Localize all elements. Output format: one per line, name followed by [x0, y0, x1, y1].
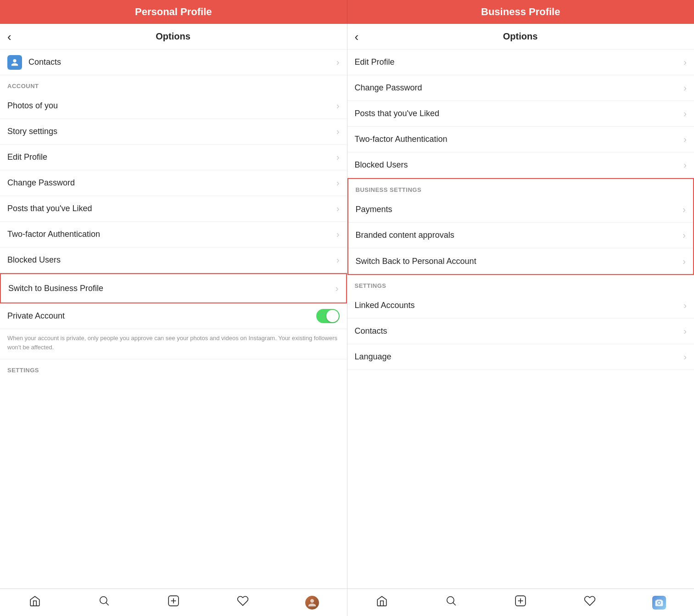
right-tab-panel: [347, 589, 694, 616]
blocked-users-chevron: ›: [336, 255, 340, 265]
main-content: ‹ Options Contacts › ACCOUNT Photos of y…: [0, 24, 694, 588]
payments-item[interactable]: Payments ›: [348, 197, 694, 223]
payments-chevron: ›: [683, 204, 686, 215]
left-panel-scroll: Contacts › ACCOUNT Photos of you › Story…: [0, 50, 347, 588]
switch-personal-item[interactable]: Switch Back to Personal Account ›: [348, 248, 694, 274]
right-contacts-label: Contacts: [355, 326, 684, 336]
right-profile-tab[interactable]: [625, 589, 694, 616]
right-panel: ‹ Options Edit Profile › Change Password…: [347, 24, 694, 588]
tab-bar: [0, 588, 694, 616]
right-nav-bar: ‹ Options: [347, 24, 694, 50]
person-svg: [11, 58, 19, 67]
right-blocked-users-label: Blocked Users: [355, 160, 684, 170]
blocked-users-label: Blocked Users: [7, 255, 336, 265]
business-profile-label: Business Profile: [481, 6, 560, 18]
svg-line-1: [106, 603, 108, 605]
right-edit-profile-item[interactable]: Edit Profile ›: [347, 50, 694, 75]
language-chevron: ›: [683, 352, 687, 362]
right-posts-liked-item[interactable]: Posts that you've Liked ›: [347, 101, 694, 127]
change-password-label: Change Password: [7, 178, 336, 188]
linked-accounts-chevron: ›: [683, 300, 687, 311]
right-panel-scroll: Edit Profile › Change Password › Posts t…: [347, 50, 694, 588]
switch-personal-chevron: ›: [683, 256, 686, 267]
business-settings-section: BUSINESS SETTINGS Payments › Branded con…: [347, 178, 694, 275]
left-search-tab[interactable]: [69, 589, 139, 616]
left-profile-tab[interactable]: [277, 589, 347, 616]
linked-accounts-item[interactable]: Linked Accounts ›: [347, 293, 694, 319]
svg-point-0: [100, 597, 106, 604]
change-password-item[interactable]: Change Password ›: [0, 170, 347, 196]
right-change-password-item[interactable]: Change Password ›: [347, 75, 694, 101]
right-posts-liked-chevron: ›: [683, 108, 687, 119]
two-factor-label: Two-factor Authentication: [7, 230, 336, 239]
posts-liked-item[interactable]: Posts that you've Liked ›: [0, 196, 347, 222]
right-contacts-chevron: ›: [683, 326, 687, 336]
left-heart-tab[interactable]: [208, 589, 277, 616]
settings-section-header-left: SETTINGS: [0, 359, 347, 377]
private-account-toggle[interactable]: [316, 309, 340, 323]
right-add-tab[interactable]: [486, 589, 555, 616]
branded-content-label: Branded content approvals: [356, 230, 683, 240]
personal-profile-label: Personal Profile: [135, 6, 212, 18]
linked-accounts-label: Linked Accounts: [355, 301, 684, 310]
left-home-tab[interactable]: [0, 589, 69, 616]
story-settings-item[interactable]: Story settings ›: [0, 119, 347, 145]
right-two-factor-label: Two-factor Authentication: [355, 134, 684, 144]
posts-liked-label: Posts that you've Liked: [7, 204, 336, 213]
switch-business-chevron: ›: [336, 283, 339, 294]
account-section-header: ACCOUNT: [0, 75, 347, 93]
switch-personal-label: Switch Back to Personal Account: [356, 257, 683, 266]
right-heart-tab[interactable]: [555, 589, 625, 616]
right-blocked-users-chevron: ›: [683, 160, 687, 170]
edit-profile-label: Edit Profile: [7, 152, 336, 162]
business-settings-items: Payments › Branded content approvals › S…: [348, 197, 694, 274]
left-home-icon: [29, 595, 41, 610]
contacts-chevron: ›: [336, 57, 340, 67]
right-nav-title: Options: [366, 31, 675, 42]
right-back-button[interactable]: ‹: [355, 31, 359, 43]
right-home-icon: [376, 595, 388, 610]
right-home-tab[interactable]: [347, 589, 417, 616]
right-change-password-label: Change Password: [355, 83, 684, 93]
payments-label: Payments: [356, 205, 683, 214]
left-heart-icon: [237, 595, 249, 610]
left-add-tab[interactable]: [139, 589, 208, 616]
business-profile-tab: Business Profile: [347, 0, 694, 24]
right-search-icon: [445, 595, 457, 610]
switch-business-item[interactable]: Switch to Business Profile ›: [0, 273, 347, 303]
branded-content-chevron: ›: [683, 230, 686, 241]
right-change-password-chevron: ›: [683, 83, 687, 93]
svg-point-5: [447, 597, 454, 604]
left-back-button[interactable]: ‹: [7, 31, 11, 43]
right-two-factor-item[interactable]: Two-factor Authentication ›: [347, 127, 694, 152]
story-settings-chevron: ›: [336, 126, 340, 137]
right-blocked-users-item[interactable]: Blocked Users ›: [347, 152, 694, 178]
right-add-icon: [515, 595, 526, 610]
private-account-row: Private Account: [0, 303, 347, 329]
svg-line-6: [453, 603, 456, 605]
left-add-icon: [168, 595, 179, 610]
change-password-chevron: ›: [336, 178, 340, 188]
language-item[interactable]: Language ›: [347, 344, 694, 370]
right-contacts-item[interactable]: Contacts ›: [347, 319, 694, 344]
branded-content-item[interactable]: Branded content approvals ›: [348, 223, 694, 248]
language-label: Language: [355, 352, 684, 362]
contacts-icon: [7, 55, 22, 70]
photos-of-you-item[interactable]: Photos of you ›: [0, 93, 347, 119]
edit-profile-item[interactable]: Edit Profile ›: [0, 145, 347, 170]
blocked-users-item[interactable]: Blocked Users ›: [0, 247, 347, 273]
right-posts-liked-label: Posts that you've Liked: [355, 109, 684, 118]
left-search-icon: [98, 595, 110, 610]
left-panel: ‹ Options Contacts › ACCOUNT Photos of y…: [0, 24, 347, 588]
two-factor-item[interactable]: Two-factor Authentication ›: [0, 222, 347, 247]
private-account-note: When your account is private, only peopl…: [0, 329, 347, 359]
switch-business-label: Switch to Business Profile: [8, 284, 336, 293]
business-settings-header: BUSINESS SETTINGS: [348, 179, 694, 197]
contacts-item[interactable]: Contacts ›: [0, 50, 347, 75]
right-two-factor-chevron: ›: [683, 134, 687, 145]
personal-profile-tab: Personal Profile: [0, 0, 347, 24]
two-factor-chevron: ›: [336, 229, 340, 240]
posts-liked-chevron: ›: [336, 203, 340, 214]
contacts-label: Contacts: [28, 57, 336, 67]
right-search-tab[interactable]: [417, 589, 486, 616]
